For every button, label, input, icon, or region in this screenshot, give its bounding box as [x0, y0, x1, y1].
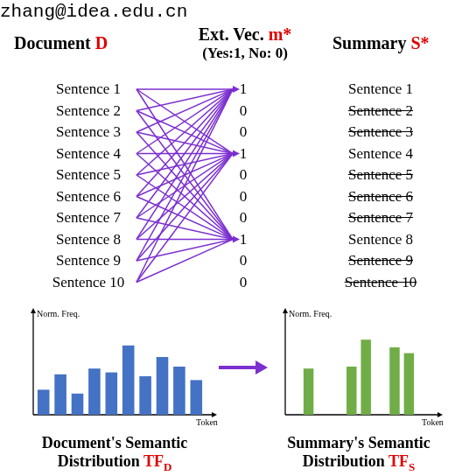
summary-sentence: Sentence 9: [332, 252, 429, 270]
sentence-row: Sentence 11Sentence 1: [0, 80, 455, 102]
ext-value: 1: [234, 231, 252, 248]
caption-doc-l2: Distribution: [58, 452, 144, 470]
svg-text:Norm. Freq.: Norm. Freq.: [37, 309, 80, 318]
svg-rect-39: [38, 389, 50, 415]
ext-value: 0: [234, 102, 252, 120]
ext-value: 0: [234, 252, 252, 270]
svg-rect-58: [389, 347, 399, 415]
caption-doc-sym: TFD: [144, 452, 172, 470]
doc-sentence: Sentence 9: [40, 252, 136, 270]
ext-value: 1: [234, 80, 252, 98]
doc-sentence: Sentence 7: [40, 209, 136, 227]
svg-rect-59: [404, 354, 414, 415]
svg-marker-36: [31, 308, 36, 313]
svg-text:Norm. Freq.: Norm. Freq.: [289, 309, 332, 318]
big-arrow-icon: [217, 357, 270, 378]
doc-sentence: Sentence 8: [40, 231, 136, 248]
svg-rect-46: [157, 357, 169, 415]
header-extvec-symbol: m*: [269, 24, 292, 44]
svg-rect-47: [173, 367, 186, 415]
chart-document: Norm. Freq.Token: [10, 303, 220, 434]
svg-rect-42: [88, 368, 101, 415]
summary-sentence: Sentence 6: [332, 188, 429, 206]
email-text: zhang@idea.edu.cn: [0, 2, 187, 22]
summary-sentence: Sentence 5: [332, 166, 429, 184]
svg-rect-57: [360, 340, 370, 415]
sentence-row: Sentence 30Sentence 3: [0, 123, 455, 145]
caption-doc-l1: Document's Semantic: [42, 434, 187, 452]
ext-value: 1: [234, 145, 252, 163]
ext-value: 0: [234, 123, 252, 141]
summary-sentence: Sentence 7: [332, 209, 429, 227]
header-document-label: Document: [14, 33, 95, 52]
sentence-row: Sentence 100Sentence 10: [0, 274, 455, 296]
sentence-row: Sentence 41Sentence 4: [0, 145, 455, 167]
doc-sentence: Sentence 10: [40, 274, 136, 291]
doc-sentence: Sentence 5: [40, 166, 136, 184]
header-extvec-label: Ext. Vec.: [199, 24, 269, 44]
doc-sentence: Sentence 3: [40, 123, 136, 141]
doc-sentence: Sentence 1: [40, 80, 136, 98]
header-summary: Summary S*: [332, 33, 430, 53]
ext-value: 0: [234, 274, 252, 291]
sentence-row: Sentence 60Sentence 6: [0, 188, 455, 210]
caption-sum-l2: Distribution: [303, 452, 388, 470]
doc-sentence: Sentence 4: [40, 145, 136, 163]
header-document: Document D: [14, 33, 108, 53]
header-extvec: Ext. Vec. m*: [184, 24, 306, 45]
svg-marker-61: [256, 360, 268, 374]
header-document-symbol: D: [95, 33, 108, 52]
caption-sum-l1: Summary's Semantic: [287, 434, 430, 452]
svg-rect-43: [106, 373, 118, 415]
ext-value: 0: [234, 166, 252, 184]
summary-sentence: Sentence 2: [332, 102, 429, 120]
summary-sentence: Sentence 10: [332, 274, 429, 291]
sentence-row: Sentence 50Sentence 5: [0, 166, 455, 188]
svg-rect-48: [191, 380, 203, 415]
header-summary-label: Summary: [332, 33, 410, 52]
header-summary-symbol: S*: [410, 33, 429, 52]
doc-sentence: Sentence 6: [40, 188, 136, 206]
svg-rect-40: [54, 374, 66, 415]
svg-rect-56: [346, 367, 356, 415]
caption-sum-sym: TFS: [388, 452, 415, 470]
svg-rect-41: [72, 394, 84, 415]
chart-summary: Norm. Freq.Token: [262, 303, 446, 434]
sentence-row: Sentence 90Sentence 9: [0, 252, 455, 274]
header-extvec-sub: (Yes:1, No: 0): [184, 45, 306, 62]
svg-rect-44: [122, 346, 135, 415]
svg-text:Token: Token: [422, 417, 444, 427]
caption-summary: Summary's Semantic Distribution TFS: [262, 434, 455, 473]
caption-document: Document's Semantic Distribution TFD: [14, 434, 215, 473]
summary-sentence: Sentence 4: [332, 145, 429, 163]
sentence-row: Sentence 81Sentence 8: [0, 231, 455, 253]
sentence-row: Sentence 20Sentence 2: [0, 102, 455, 124]
summary-sentence: Sentence 3: [332, 123, 429, 141]
ext-value: 0: [234, 209, 252, 227]
sentence-rows: Sentence 11Sentence 1Sentence 20Sentence…: [0, 80, 455, 295]
summary-sentence: Sentence 8: [332, 231, 429, 248]
svg-text:Token: Token: [196, 417, 218, 427]
svg-rect-55: [304, 368, 313, 415]
svg-marker-52: [283, 308, 288, 313]
sentence-row: Sentence 70Sentence 7: [0, 209, 455, 231]
summary-sentence: Sentence 1: [332, 80, 429, 98]
svg-rect-45: [139, 376, 151, 415]
ext-value: 0: [234, 188, 252, 206]
doc-sentence: Sentence 2: [40, 102, 136, 120]
